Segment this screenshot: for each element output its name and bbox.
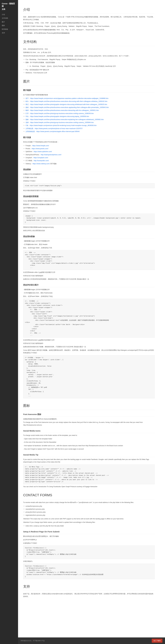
credit-item: StartupStockPhotos：http://startupstockph… <box>24 154 155 156</box>
bg-heading: 更改标题背景图案 <box>23 195 155 199</box>
credit-item: CC-0销色：http://isorepublic.com/ <box>24 159 155 162</box>
credit-item: Pexels：https://www.pexels.com/ <box>24 147 155 150</box>
image-link[interactable]: 描述：https://www.freepik.com/free-photo/bu… <box>26 106 109 108</box>
image-link[interactable]: 文章细信息：https://www.pexels.com/photo/photo… <box>26 128 83 130</box>
image-link[interactable]: 打开：https://www.freepik.com/free-photo/gr… <box>26 112 94 114</box>
image-link-item: 描述：https://www.freepik.com/free-photo/bu… <box>24 106 155 109</box>
bg-p5: 用您的文件路径替换header-background.png <box>23 226 155 228</box>
sidebar-nav: 介绍 文件结构 图片 图标 联系表格 支持 <box>2 13 16 35</box>
test-p3: 部分。在其Panel Slider，您将找到以下的() <box>23 295 155 298</box>
support-heading: 支持 <box>23 584 155 591</box>
test-heading: 更改评价部分图片 <box>23 283 155 287</box>
test-p1: - 编辑图像images 文件夹中的图像文件 <box>23 288 155 291</box>
slider-code: <!-- 滑块 --> <div class="slider-container… <box>23 250 155 270</box>
image-links-list: 首字：https://www.freepik.com/premium-vecto… <box>24 97 155 133</box>
credit-link[interactable]: http://isorepublic.com/ <box>34 160 49 162</box>
image-link[interactable]: 文章的细信息：https://www.pexels.com/photo/appl… <box>26 130 80 132</box>
main-content: 介绍 你好，感谢您使用 Corso 培训课程登陆页面模板。 Corso 是一个使… <box>18 0 160 610</box>
credit-link[interactable]: http://startupstockphotos.com/ <box>41 154 61 156</box>
credit-item: SplitShire：https://www.splitshire.com/ <box>24 150 155 153</box>
contact-p1: To receive emails with data from your vi… <box>23 501 155 504</box>
smt-code: <!-- SG Meta Tags --> <meta property="og… <box>23 464 155 484</box>
image-credits-p: 快乐以全面图了下和原则是站点的许可问页面连接： <box>23 141 155 143</box>
smi-p4: - And replace fa-facebook, fa-twitter an… <box>23 444 155 447</box>
images-heading: 图片 <box>23 78 155 86</box>
image-link[interactable]: 指标：https://www.freepik.com/free-photo/bu… <box>26 118 104 120</box>
smt-p2: You can check out An Introduction To Usi… <box>23 485 155 488</box>
files-l2: 图像 - 所个单加和分割图像，包括原型图像 Js - Bootstrap、Pop… <box>24 61 155 68</box>
contact-p3: Attention! if you change input fields na… <box>23 521 155 524</box>
nav-intro[interactable]: 介绍 <box>2 13 16 16</box>
icons-heading: 图标 <box>23 403 155 410</box>
image-link[interactable]: 选择：https://www.freepik.com/free-photo/gr… <box>26 122 94 124</box>
slider-p5: 对所有幻灯片执行相同的操作 <box>23 274 155 277</box>
redirect-heading: Setup A Redirect Page On Form Submit <box>23 530 155 534</box>
slider-p2: - 打开编辑index.html，查找 Header <box>23 243 155 246</box>
image-link-item: 打开：https://www.freepik.com/free-photo/gr… <box>24 112 155 115</box>
intro-p4: 您可以使用您喜欢的文本和代码编辑器编辑模板: Html、Css、Php、Js 文… <box>23 28 155 31</box>
credit-link[interactable]: https://www.videezy.com/ <box>33 163 50 164</box>
image-link[interactable]: 标头：https://www.freepik.com/free-photo/bu… <box>26 100 107 102</box>
swiper-code: /* 卡片滑块 - Swiper */ var cardSlider = new… <box>23 355 155 398</box>
test-p5: 对所有幻灯片执行相同的操作 <box>23 342 155 345</box>
fa-p1: 该模板将图标直接加载到Font Awesome的图标库。 <box>23 418 155 420</box>
favicon-p3: 并找到以下代码行 <box>23 180 155 182</box>
smi-p2: - Open index.html from the template fold… <box>23 438 155 440</box>
slider-heading: 更改滑块图像 <box>23 235 155 239</box>
contact-l1: contactformprocess.php <box>24 505 155 508</box>
credit-link[interactable]: https://unsplash.com/ <box>34 157 48 158</box>
nav-support[interactable]: 支持 <box>2 31 16 35</box>
test-code: <!-- 卡片滑块 --> <div class="slider-contain… <box>23 299 155 338</box>
image-link[interactable]: C辑：https://www.freepik.com/premium-photo… <box>26 124 97 126</box>
credit-link[interactable]: https://www.freepik.com/ <box>32 145 49 146</box>
intro-p3: 使用的第三方插件: Bootstrap、Popper、jQuery、jQuery… <box>23 25 155 28</box>
image-link-item: 学生：https://www.freepik.com/free-photo/gr… <box>24 115 155 118</box>
test-p4: 在这里用testimonial-1.jpg替换为您的图片文件 <box>23 339 155 341</box>
favicon-p1: 在模板文件夹后找做图形中 <box>23 173 155 176</box>
contact-p2: Attention! The script only runs online o… <box>23 518 155 520</box>
smi-p1: To change social media icons in the foot… <box>23 434 155 437</box>
bg-p4: 并找到以下代码行 <box>23 210 155 212</box>
intro-p2: 它用 Bootstrap、HTML、CSS、PHP、JavaScript 构建，… <box>23 22 155 24</box>
nav-contact[interactable]: 联系表格 <box>2 28 16 31</box>
smi-heading: Social Media Icons <box>23 429 155 433</box>
bg-p2: 要更换它，请将最喜欢的图像放在图像文件夹中 <box>23 203 155 206</box>
files-p2: 我将继续讨论 html、css、js 和 php 文件。 <box>23 51 155 54</box>
redirect-p4: 并将其替换为 <box>23 560 155 562</box>
nav-images[interactable]: 图片 <box>2 20 16 24</box>
image-link[interactable]: 登记：https://www.freepik.com/free-photo/gr… <box>26 104 107 105</box>
credit-item: Freepik：https://www.freepik.com/ <box>24 144 155 147</box>
nav-icons[interactable]: 图标 <box>2 24 16 27</box>
test-p2: - 打开并编辑index.html，查找 Testimonials <box>23 292 155 294</box>
image-link[interactable]: 教师：https://www.freepik.com/free-photo/bu… <box>26 110 99 111</box>
credit-link[interactable]: https://www.pexels.com/ <box>32 148 48 150</box>
intro-p1: 你好，感谢您使用 Corso 培训课程登陆页面模板。 Corso 是一个使用 H… <box>23 16 155 21</box>
credit-item: Unsplash：https://unsplash.com/ <box>24 156 155 159</box>
redirect-p1: 要在表单提交成功后设置页面重定向，请打开并编辑 <box>23 535 155 538</box>
files-l1: Css - Bootstrap、Font Awesome、Magnific Po… <box>24 58 155 61</box>
support-p: 如有产品，我们提供支持，尽量结合通过contact@inovatik.com提供… <box>23 592 155 598</box>
smt-heading: Social Media Tip <box>23 453 155 457</box>
contact-heading: CONTACT FORMS <box>23 492 155 499</box>
redirect-p3: 在某电觉以下代码行 <box>23 542 155 544</box>
favicon-heading: 更改图标 <box>23 168 155 172</box>
slider-p4: 在这里用details-slide-1.jpg替换为您的图片文件 <box>23 271 155 274</box>
sidebar: Corso - 登陆页面 文档 介绍 文件结构 图片 图标 联系表格 支持 <box>0 0 18 610</box>
image-link-item: 选择：https://www.freepik.com/free-photo/gr… <box>24 121 155 124</box>
nav-files[interactable]: 文件结构 <box>2 16 16 20</box>
image-link-item: 指标：https://www.freepik.com/free-photo/bu… <box>24 118 155 121</box>
image-link[interactable]: 首字：https://www.freepik.com/premium-vecto… <box>26 98 108 99</box>
smi-p5: - Also don't forget to replace href="#yo… <box>23 448 155 450</box>
bg-p6: 保存文件和上传以查看更改生效 <box>23 229 155 232</box>
credit-item: Videezy：https://www.videezy.com/ 用于视频 <box>24 162 155 165</box>
image-link-item: C辑：https://www.freepik.com/premium-photo… <box>24 124 155 127</box>
credit-link[interactable]: https://www.splitshire.com/ <box>34 151 52 152</box>
slider-p6: 如果您在工作更加和添加滑块图形，继续现有代码，只需复制 幻灯片分区并将 其粘贴在… <box>23 278 155 280</box>
image-link[interactable]: 学生：https://www.freepik.com/free-photo/gr… <box>26 116 89 117</box>
contact-l2: newsletterform-process.php <box>24 508 155 510</box>
favicon-p4: 将文件路径替换到到索引中以指向你的图标 <box>23 189 155 192</box>
image-link-item: 首字：https://www.freepik.com/premium-vecto… <box>24 97 155 100</box>
image-link-item: 文章的细信息：https://www.pexels.com/photo/appl… <box>24 130 155 133</box>
files-l2sub: Js - Bootstrap、Popper、jQuery、jQuery Easi… <box>28 65 155 68</box>
slider-p1: - 编辑图像images 文件夹中的图像文件 <box>23 240 155 242</box>
